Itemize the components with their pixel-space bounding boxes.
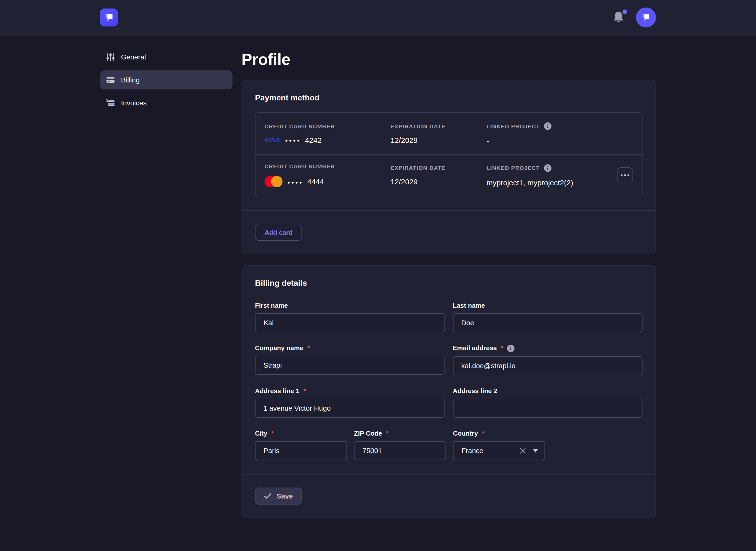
check-icon: [264, 493, 271, 499]
card-last4: 4444: [307, 177, 324, 186]
payment-cards-table: CREDIT CARD NUMBER VISA •••• 4242 EXPIRA…: [255, 112, 643, 196]
topbar-actions: [612, 7, 656, 27]
country-field: Country* France: [453, 430, 545, 460]
required-marker: *: [307, 344, 310, 352]
company-name-input[interactable]: [255, 356, 445, 375]
notifications-button[interactable]: [612, 10, 625, 24]
svg-text:$: $: [106, 98, 108, 102]
billing-form: First name Last name Company name*: [255, 302, 643, 418]
table-row-visa: CREDIT CARD NUMBER VISA •••• 4242 EXPIRA…: [255, 113, 642, 154]
address-line-1-input[interactable]: [255, 399, 445, 418]
last-name-input[interactable]: [453, 313, 643, 332]
card-more-actions-button[interactable]: [617, 167, 633, 183]
required-marker: *: [271, 430, 274, 437]
payment-method-card: Payment method CREDIT CARD NUMBER VISA •…: [242, 80, 656, 254]
save-button[interactable]: Save: [255, 488, 302, 505]
user-avatar[interactable]: [636, 7, 656, 27]
required-marker: *: [303, 387, 306, 395]
required-marker: *: [482, 430, 485, 437]
strapi-logo: [100, 8, 118, 26]
expiration-date-label: EXPIRATION DATE: [391, 165, 487, 171]
zip-code-label: ZIP Code: [354, 430, 382, 437]
masked-digits: ••••: [287, 178, 303, 186]
last-name-label: Last name: [453, 302, 485, 309]
zip-code-input[interactable]: [354, 441, 446, 460]
credit-card-number-label: CREDIT CARD NUMBER: [264, 163, 391, 169]
chevron-down-icon: [533, 449, 538, 452]
notification-dot: [622, 9, 627, 14]
country-label: Country: [453, 430, 478, 437]
first-name-input[interactable]: [255, 313, 445, 332]
email-field: Email address*: [453, 344, 643, 375]
strapi-glyph-icon: [641, 12, 652, 23]
address-line-2-input[interactable]: [453, 399, 643, 418]
city-input[interactable]: [255, 441, 347, 460]
credit-card-icon: [106, 75, 115, 84]
billing-details-card: Billing details First name Last name Com…: [242, 265, 656, 518]
divider: [242, 210, 656, 211]
country-select[interactable]: France: [453, 441, 545, 460]
masked-digits: ••••: [285, 136, 301, 144]
dots-icon: [621, 174, 623, 176]
main-layout: General Billing $: [100, 35, 656, 538]
country-value: France: [462, 447, 519, 455]
city-field: City*: [255, 430, 347, 460]
required-marker: *: [386, 430, 389, 437]
linked-project-label: LINKED PROJECT: [487, 165, 540, 171]
zip-code-field: ZIP Code*: [354, 430, 446, 460]
expiration-date-value: 12/2029: [391, 136, 487, 144]
expiration-date-value: 12/2029: [391, 177, 487, 186]
email-label: Email address: [453, 344, 497, 352]
address-line-2-field: Address line 2: [453, 387, 643, 418]
city-zip-country-row: City* ZIP Code* Country*: [255, 430, 643, 460]
mastercard-logo: [264, 175, 282, 187]
company-name-label: Company name: [255, 344, 303, 352]
billing-details-title: Billing details: [255, 279, 643, 288]
address-line-1-field: Address line 1*: [255, 387, 445, 418]
topbar: [0, 0, 756, 35]
required-marker: *: [501, 344, 503, 352]
settings-sidebar: General Billing $: [100, 47, 233, 538]
info-icon[interactable]: [544, 164, 551, 171]
last-name-field: Last name: [453, 302, 643, 332]
clear-icon[interactable]: [519, 447, 526, 454]
divider: [242, 474, 656, 475]
content-area: Profile Payment method CREDIT CARD NUMBE…: [242, 47, 656, 538]
sidebar-item-label: Billing: [121, 76, 140, 84]
city-label: City: [255, 430, 267, 437]
sidebar-item-label: General: [121, 53, 146, 61]
sliders-icon: [106, 52, 115, 61]
table-row-mastercard: CREDIT CARD NUMBER •••• 4444: [255, 154, 642, 196]
invoice-icon: $: [106, 98, 115, 107]
email-input[interactable]: [453, 356, 643, 375]
expiration-date-label: EXPIRATION DATE: [391, 123, 487, 129]
info-icon[interactable]: [507, 345, 514, 352]
card-last4: 4242: [305, 136, 322, 144]
info-icon[interactable]: [544, 122, 551, 130]
payment-method-title: Payment method: [255, 93, 643, 102]
sidebar-item-billing[interactable]: Billing: [100, 70, 233, 89]
credit-card-number-label: CREDIT CARD NUMBER: [264, 123, 391, 129]
sidebar-item-invoices[interactable]: $ Invoices: [100, 93, 233, 112]
strapi-glyph-icon: [103, 11, 115, 23]
save-button-label: Save: [276, 492, 293, 500]
company-name-field: Company name*: [255, 344, 445, 375]
first-name-label: First name: [255, 302, 288, 309]
address-line-1-label: Address line 1: [255, 387, 299, 395]
linked-project-value: -: [487, 136, 607, 145]
page-title: Profile: [242, 50, 656, 69]
add-card-button[interactable]: Add card: [255, 224, 302, 241]
address-line-2-label: Address line 2: [453, 387, 497, 395]
sidebar-item-label: Invoices: [121, 99, 147, 107]
linked-project-value: myproject1, myproject2(2): [487, 178, 607, 186]
visa-logo: VISA: [264, 136, 280, 144]
first-name-field: First name: [255, 302, 445, 332]
linked-project-label: LINKED PROJECT: [487, 123, 540, 129]
sidebar-item-general[interactable]: General: [100, 47, 233, 66]
app-root: General Billing $: [0, 0, 756, 551]
